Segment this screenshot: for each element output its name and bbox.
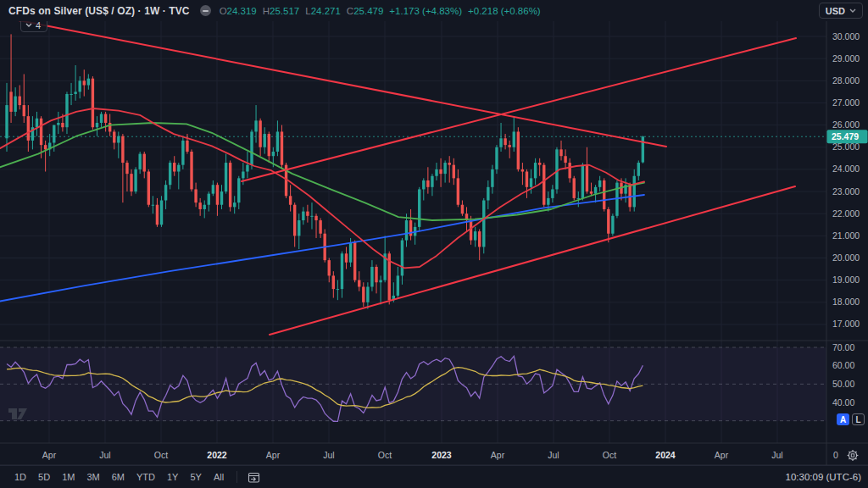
chevron-down-icon — [849, 8, 856, 13]
currency-dropdown[interactable]: USD — [819, 3, 863, 19]
lock-scale-button[interactable]: L — [852, 413, 865, 425]
svg-text:24.000: 24.000 — [832, 164, 860, 174]
svg-text:2022: 2022 — [207, 450, 227, 460]
tradingview-logo[interactable] — [8, 406, 33, 423]
svg-text:29.000: 29.000 — [832, 53, 860, 64]
indicator-count: 4 — [36, 20, 41, 30]
high-value: 25.517 — [270, 6, 299, 16]
svg-text:Oct: Oct — [154, 450, 168, 460]
open-label: O — [220, 6, 227, 16]
range-button-1m[interactable]: 1M — [56, 469, 81, 485]
change-value: +1.173 (+4.83%) — [389, 6, 462, 16]
svg-text:2024: 2024 — [655, 450, 676, 460]
range-buttons: 1D5D1M3M6MYTD1Y5YAll — [8, 469, 230, 485]
svg-text:Jul: Jul — [323, 450, 334, 460]
svg-text:Jul: Jul — [99, 450, 110, 460]
svg-text:Apr: Apr — [715, 450, 729, 460]
range-button-all[interactable]: All — [208, 469, 230, 485]
chart-canvas[interactable]: 30.00029.00028.00027.00026.00025.00024.0… — [0, 0, 868, 488]
tradingview-chart-window: 30.00029.00028.00027.00026.00025.00024.0… — [0, 0, 868, 488]
range-button-6m[interactable]: 6M — [106, 469, 131, 485]
svg-text:50.00: 50.00 — [832, 379, 854, 389]
open-value: 24.319 — [227, 6, 257, 16]
svg-text:26.000: 26.000 — [832, 119, 860, 130]
svg-text:60.00: 60.00 — [832, 360, 854, 370]
toolbar-divider — [236, 471, 237, 483]
svg-text:Jul: Jul — [548, 450, 559, 460]
chevron-down-icon — [25, 23, 32, 27]
svg-text:Jul: Jul — [771, 450, 782, 460]
session-clock[interactable]: 10:30:09 (UTC-6) — [786, 472, 861, 482]
svg-text:23.000: 23.000 — [832, 186, 860, 197]
svg-text:22.000: 22.000 — [832, 208, 860, 219]
close-value: 25.479 — [353, 6, 383, 16]
range-button-1y[interactable]: 1Y — [161, 469, 184, 485]
svg-text:21.000: 21.000 — [832, 230, 860, 241]
svg-text:0: 0 — [833, 450, 838, 460]
svg-text:Apr: Apr — [42, 450, 57, 460]
svg-text:70.00: 70.00 — [832, 342, 854, 352]
extended-change-value: +0.218 (+0.86%) — [468, 6, 541, 16]
bottom-toolbar: 1D5D1M3M6MYTD1Y5YAll 10:30:09 (UTC-6) — [0, 465, 868, 488]
svg-text:28.000: 28.000 — [832, 75, 860, 86]
svg-text:19.000: 19.000 — [832, 274, 860, 285]
svg-text:30.000: 30.000 — [832, 31, 860, 42]
currency-label: USD — [826, 6, 845, 16]
ohlc-values: O24.319 H25.517 L24.271 C25.479 +1.173 (… — [220, 6, 541, 16]
chart-header: CFDs on Silver (US$ / OZ) · 1W · TVC O24… — [0, 0, 868, 21]
svg-text:Oct: Oct — [603, 450, 616, 460]
svg-text:Apr: Apr — [266, 450, 281, 460]
symbol-title[interactable]: CFDs on Silver (US$ / OZ) · 1W · TVC — [8, 5, 190, 17]
calendar-icon — [248, 471, 260, 484]
svg-text:20.000: 20.000 — [832, 252, 860, 263]
low-value: 24.271 — [311, 6, 341, 16]
last-price-tag: 25.479 — [827, 130, 868, 143]
svg-text:2023: 2023 — [431, 450, 452, 460]
close-label: C — [347, 6, 353, 16]
svg-text:27.000: 27.000 — [832, 97, 860, 108]
range-button-5d[interactable]: 5D — [32, 469, 56, 485]
market-status-icon[interactable] — [200, 5, 211, 16]
auto-scale-button[interactable]: A — [837, 413, 849, 425]
svg-text:Apr: Apr — [491, 450, 505, 460]
range-button-1d[interactable]: 1D — [8, 469, 32, 485]
svg-text:18.000: 18.000 — [832, 297, 860, 307]
svg-text:17.000: 17.000 — [832, 319, 860, 329]
go-to-date-button[interactable] — [244, 469, 263, 485]
high-label: H — [263, 6, 270, 16]
range-button-5y[interactable]: 5Y — [184, 469, 207, 485]
range-button-3m[interactable]: 3M — [81, 469, 105, 485]
svg-text:40.00: 40.00 — [832, 397, 854, 408]
svg-text:25.479: 25.479 — [832, 131, 859, 141]
svg-text:Oct: Oct — [378, 450, 392, 460]
range-button-ytd[interactable]: YTD — [131, 469, 161, 485]
